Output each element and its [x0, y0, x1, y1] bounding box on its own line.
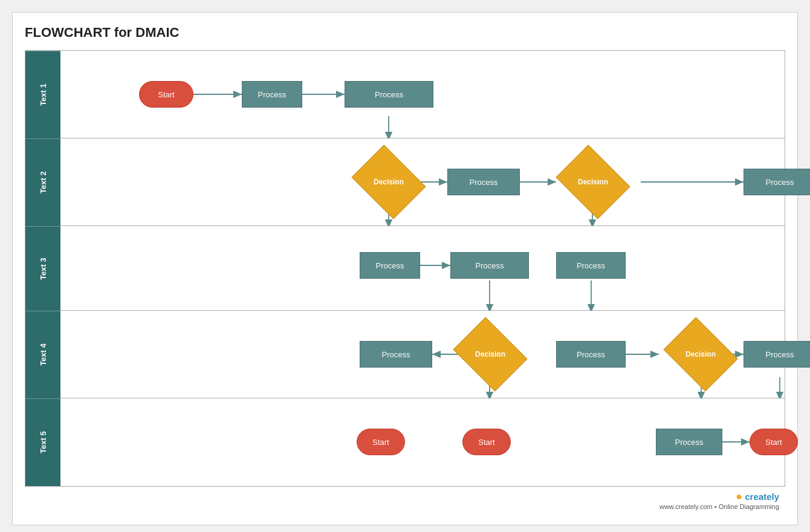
process-shape-11: Process: [656, 429, 722, 455]
lane-label-5: Text 5: [25, 398, 60, 486]
start-shape-4: Start: [750, 429, 798, 455]
start-shape-3: Start: [462, 429, 511, 455]
lane-label-1: Text 1: [25, 51, 60, 138]
diagram: Text 1 Text 2 Text 3 Text 4 Text 5: [25, 50, 785, 487]
decision-shape-1: Decision: [351, 144, 426, 219]
page: FLOWCHART for DMAIC Text 1 Text 2 Text 3…: [12, 12, 798, 525]
process-shape-6: Process: [450, 252, 529, 279]
lane-4: Process Decision Process Decision Proces…: [60, 311, 785, 398]
process-shape-9: Process: [556, 341, 626, 368]
brand-name: ● creately: [25, 490, 779, 503]
lane-label-2: Text 2: [25, 138, 60, 226]
lanes-container: Start Process Process: [60, 51, 785, 486]
lane-label-4: Text 4: [25, 311, 60, 398]
lane-1: Start Process Process: [60, 51, 785, 138]
footer-url: www.creately.com • Online Diagramming: [25, 503, 779, 510]
footer: ● creately www.creately.com • Online Dia…: [25, 487, 785, 513]
start-shape-1: Start: [139, 81, 193, 108]
lane-5: Start Start Process Start: [60, 398, 785, 486]
lane-label-3: Text 3: [25, 226, 60, 311]
page-title: FLOWCHART for DMAIC: [25, 25, 785, 41]
process-shape-1: Process: [242, 81, 302, 108]
process-shape-4: Process: [744, 169, 810, 195]
process-shape-5: Process: [360, 252, 420, 279]
lane3-arrows: [60, 226, 785, 310]
lane2-arrows: [60, 138, 785, 225]
start-shape-2: Start: [357, 429, 405, 455]
process-shape-10: Process: [744, 341, 810, 368]
lane-2: Decision Process Decision Process: [60, 138, 785, 226]
decision-shape-4: Decision: [663, 317, 737, 391]
lane-labels: Text 1 Text 2 Text 3 Text 4 Text 5: [25, 51, 60, 486]
lane-3: Process Process Process: [60, 226, 785, 311]
decision-shape-2: Decision: [556, 144, 630, 219]
process-shape-2: Process: [345, 81, 433, 108]
decision-shape-3: Decision: [453, 317, 527, 391]
brand-dot: ●: [736, 490, 742, 502]
process-shape-8: Process: [360, 341, 432, 368]
process-shape-7: Process: [556, 252, 626, 279]
process-shape-3: Process: [447, 169, 520, 195]
